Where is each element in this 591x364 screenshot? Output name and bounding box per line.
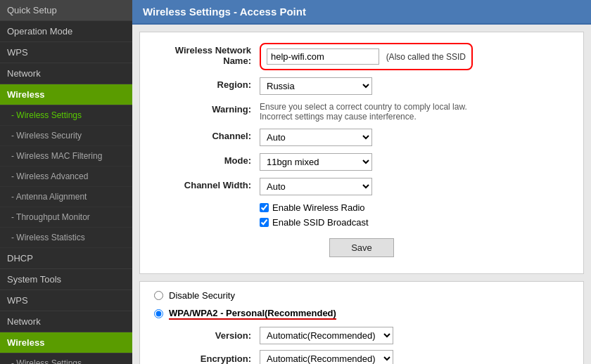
- warning-value: Ensure you select a correct country to c…: [260, 102, 569, 122]
- version-row: Version: Automatic(Recommended) WPA WPA2: [175, 327, 569, 344]
- sidebar-item-system-tools[interactable]: System Tools: [0, 269, 132, 290]
- sidebar-item-dhcp[interactable]: DHCP: [0, 248, 132, 269]
- encryption-value: Automatic(Recommended) TKIP AES: [260, 350, 393, 364]
- sidebar-item-wireless-settings-2[interactable]: - Wireless Settings: [0, 353, 132, 364]
- sidebar-item-quick-setup[interactable]: Quick Setup: [0, 0, 132, 21]
- sidebar-item-wireless-settings-1[interactable]: - Wireless Settings: [0, 105, 132, 126]
- sidebar-item-wps-1[interactable]: WPS: [0, 42, 132, 63]
- mode-value: 11bgn mixed 11bg mixed 11b only 11g only…: [260, 153, 569, 171]
- sidebar-item-network-1[interactable]: Network: [0, 63, 132, 84]
- version-select[interactable]: Automatic(Recommended) WPA WPA2: [260, 327, 393, 344]
- save-button[interactable]: Save: [329, 238, 394, 257]
- sidebar-item-wireless-1[interactable]: Wireless: [0, 84, 132, 105]
- sidebar-item-wireless-security-1[interactable]: - Wireless Security: [0, 126, 132, 146]
- warning-label: Warning:: [154, 102, 260, 115]
- save-row: Save: [154, 238, 569, 257]
- channel-width-row: Channel Width: Auto 20MHz 40MHz: [154, 178, 569, 195]
- enable-ssid-row: Enable SSID Broadcast: [260, 217, 569, 228]
- wpa-security-row: WPA/WPA2 - Personal(Recommended): [154, 308, 569, 320]
- mode-select[interactable]: 11bgn mixed 11bg mixed 11b only 11g only…: [260, 153, 372, 171]
- sidebar-item-antenna-alignment[interactable]: - Antenna Alignment: [0, 187, 132, 207]
- sidebar-item-wireless-advanced-1[interactable]: - Wireless Advanced: [0, 167, 132, 187]
- enable-ssid-checkbox[interactable]: [260, 218, 269, 227]
- sidebar-item-wireless-statistics-1[interactable]: - Wireless Statistics: [0, 228, 132, 248]
- wireless-settings-form: Wireless Network Name: (Also called the …: [139, 32, 584, 274]
- disable-security-radio[interactable]: [154, 291, 163, 300]
- enable-radio-checkbox[interactable]: [260, 203, 269, 212]
- mode-label: Mode:: [154, 153, 260, 166]
- channel-row: Channel: Auto 1234 5678 91011: [154, 129, 569, 146]
- channel-width-label: Channel Width:: [154, 178, 260, 190]
- sidebar-item-throughput-monitor[interactable]: - Throughput Monitor: [0, 207, 132, 228]
- channel-label: Channel:: [154, 129, 260, 141]
- security-section: Disable Security WPA/WPA2 - Personal(Rec…: [139, 281, 584, 364]
- channel-select[interactable]: Auto 1234 5678 91011: [260, 129, 372, 146]
- encryption-select[interactable]: Automatic(Recommended) TKIP AES: [260, 350, 393, 364]
- network-name-input[interactable]: [267, 48, 379, 65]
- sidebar-item-operation-mode[interactable]: Operation Mode: [0, 21, 132, 42]
- network-name-label: Wireless Network Name:: [154, 43, 260, 66]
- ssid-note: (Also called the SSID: [386, 52, 466, 62]
- sidebar: Quick SetupOperation ModeWPSNetworkWirel…: [0, 0, 132, 364]
- warning-row: Warning: Ensure you select a correct cou…: [154, 102, 569, 122]
- network-name-highlight: (Also called the SSID: [260, 43, 473, 70]
- warning-text: Ensure you select a correct country to c…: [260, 102, 485, 122]
- region-select[interactable]: Russia United States Europe Japan China: [260, 77, 372, 95]
- channel-value: Auto 1234 5678 91011: [260, 129, 569, 146]
- enable-radio-row: Enable Wireless Radio: [260, 202, 569, 213]
- network-name-row: Wireless Network Name: (Also called the …: [154, 43, 569, 70]
- version-value: Automatic(Recommended) WPA WPA2: [260, 327, 393, 344]
- version-label: Version:: [175, 330, 260, 341]
- region-label: Region:: [154, 77, 260, 90]
- wpa-security-radio[interactable]: [154, 309, 163, 318]
- main-content: Wireless Settings - Access Point Wireles…: [132, 0, 591, 364]
- channel-width-select[interactable]: Auto 20MHz 40MHz: [260, 178, 372, 195]
- sidebar-item-network-2[interactable]: Network: [0, 311, 132, 332]
- encryption-row: Encryption: Automatic(Recommended) TKIP …: [175, 350, 569, 364]
- encryption-label: Encryption:: [175, 353, 260, 364]
- sidebar-item-wps-2[interactable]: WPS: [0, 290, 132, 311]
- enable-ssid-label: Enable SSID Broadcast: [272, 217, 369, 228]
- enable-radio-label: Enable Wireless Radio: [272, 202, 365, 213]
- channel-width-value: Auto 20MHz 40MHz: [260, 178, 569, 195]
- region-value: Russia United States Europe Japan China: [260, 77, 569, 95]
- sidebar-item-wireless-mac-1[interactable]: - Wireless MAC Filtering: [0, 146, 132, 167]
- disable-security-label: Disable Security: [169, 290, 235, 301]
- page-title: Wireless Settings - Access Point: [132, 0, 591, 25]
- network-name-value: (Also called the SSID: [260, 43, 569, 70]
- sidebar-item-wireless-2[interactable]: Wireless: [0, 332, 132, 353]
- wpa-security-label: WPA/WPA2 - Personal(Recommended): [169, 308, 336, 320]
- region-row: Region: Russia United States Europe Japa…: [154, 77, 569, 95]
- mode-row: Mode: 11bgn mixed 11bg mixed 11b only 11…: [154, 153, 569, 171]
- disable-security-row: Disable Security: [154, 290, 569, 301]
